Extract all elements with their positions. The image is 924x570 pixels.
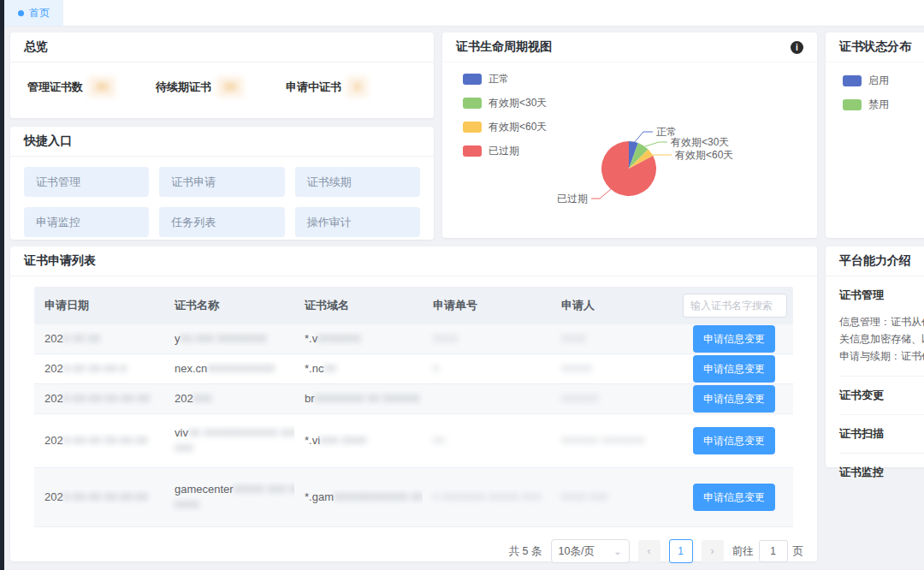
stat-applying-certs: 申请中证书 0 bbox=[286, 76, 414, 98]
platform-title: 平台能力介绍 bbox=[839, 253, 911, 269]
chevron-down-icon: ⌄ bbox=[613, 546, 621, 557]
quick-entry-grid: 证书管理 证书申请 证书续期 申请监控 任务列表 操作审计 bbox=[10, 157, 434, 247]
tab-home-label: 首页 bbox=[29, 6, 50, 21]
page-size-select[interactable]: 10条/页 ⌄ bbox=[551, 539, 630, 563]
cell-applicant: 000000 0000000 bbox=[551, 433, 679, 448]
legend-item-enabled[interactable]: 启用 bbox=[843, 74, 889, 88]
total-count: 共 5 条 bbox=[509, 544, 542, 559]
goto-page-input[interactable] bbox=[759, 540, 788, 562]
cell-action: 申请信息变更 bbox=[679, 325, 793, 353]
cert-application-list-panel: 证书申请列表 申请日期 证书名称 证书域名 申请单号 申请人 2020 00 0… bbox=[10, 246, 817, 561]
stat-applying-value: 0 bbox=[346, 76, 368, 98]
platform-line: 关信息加密存储、以及相 bbox=[839, 330, 924, 347]
cell-order: 0000 bbox=[423, 331, 551, 347]
quick-entry-panel: 快捷入口 证书管理 证书申请 证书续期 申请监控 任务列表 操作审计 bbox=[10, 127, 434, 240]
prev-page-button[interactable]: ‹ bbox=[638, 540, 660, 562]
overview-panel: 总览 管理证书数 00 待续期证书 00 申请中证书 0 bbox=[10, 33, 434, 118]
apply-info-change-button[interactable]: 申请信息变更 bbox=[693, 427, 775, 454]
cell-action: 申请信息变更 bbox=[679, 385, 793, 413]
active-dot-icon bbox=[18, 10, 24, 16]
overview-header: 总览 bbox=[10, 33, 434, 62]
overview-title: 总览 bbox=[24, 39, 48, 55]
pie-label-expired: 已过期 bbox=[557, 193, 588, 205]
stat-renewal-value: 00 bbox=[216, 76, 244, 98]
page-number-1[interactable]: 1 bbox=[669, 539, 693, 563]
apply-info-change-button[interactable]: 申请信息变更 bbox=[693, 355, 775, 383]
table-row: 2020-00-00 00:00.00 viv00 000000000000 0… bbox=[34, 414, 793, 468]
cell-action: 申请信息变更 bbox=[679, 355, 793, 383]
legend-item-disabled[interactable]: 禁用 bbox=[843, 98, 889, 112]
pie-label-lt60: 有效期<60天 bbox=[674, 149, 733, 161]
tab-home[interactable]: 首页 bbox=[4, 0, 63, 26]
platform-section-cert-manage: 证书管理 信息管理：证书从创建到 关信息加密存储、以及相 申请与续期：证书创建以 bbox=[839, 276, 924, 376]
applist-header: 证书申请列表 bbox=[10, 246, 817, 276]
stat-managed-certs: 管理证书数 00 bbox=[27, 76, 156, 98]
platform-heading: 证书管理 bbox=[839, 288, 924, 303]
apply-info-change-button[interactable]: 申请信息变更 bbox=[693, 385, 775, 413]
table-row: 2020-00-00 00:00:00 gamecenter00000 000 … bbox=[34, 468, 793, 527]
cell-domain: br00000000 00 000000 bbox=[294, 391, 423, 407]
cell-order: 0 bbox=[423, 361, 551, 377]
status-legend: 启用 禁用 bbox=[843, 74, 889, 112]
quick-btn-cert-manage[interactable]: 证书管理 bbox=[24, 167, 149, 197]
collapsed-sidebar-edge bbox=[0, 0, 4, 570]
next-page-button[interactable]: › bbox=[702, 540, 724, 562]
leader-line-normal bbox=[634, 132, 653, 143]
cell-order: 00 bbox=[423, 433, 551, 448]
search-input[interactable] bbox=[683, 294, 787, 318]
quick-btn-apply-monitor[interactable]: 申请监控 bbox=[24, 207, 149, 237]
dashboard-page: 首页 总览 管理证书数 00 待续期证书 00 申请中证书 0 快捷入口 bbox=[0, 0, 924, 570]
platform-section-cert-change: 证书变更 bbox=[839, 376, 924, 414]
lifecycle-header: 证书生命周期视图 i bbox=[442, 33, 817, 62]
cell-name: 202000 bbox=[164, 391, 294, 407]
goto-page: 前往 页 bbox=[732, 540, 804, 562]
chevron-right-icon: › bbox=[711, 545, 714, 557]
platform-body: 证书管理 信息管理：证书从创建到 关信息加密存储、以及相 申请与续期：证书创建以… bbox=[826, 276, 924, 491]
legend-label-disabled: 禁用 bbox=[868, 98, 889, 112]
table-header-row: 申请日期 证书名称 证书域名 申请单号 申请人 bbox=[34, 287, 793, 324]
cell-domain: *.gam000000000000 00 bbox=[294, 490, 423, 505]
quick-btn-cert-apply[interactable]: 证书申请 bbox=[159, 167, 284, 197]
page-size-value: 10条/页 bbox=[559, 544, 595, 559]
cell-name: y00.000 00000000 bbox=[164, 331, 294, 347]
cell-date: 2020-00-00-00-00-00 bbox=[34, 391, 164, 407]
cell-name: viv00 000000000000 00000000000 bbox=[164, 425, 294, 456]
platform-header: 平台能力介绍 bbox=[826, 246, 924, 276]
leader-line-expired bbox=[591, 189, 611, 199]
cell-date: 2020-00-00 00:00.00 bbox=[34, 433, 164, 448]
leader-line-lt30 bbox=[645, 142, 667, 146]
col-header-domain: 证书域名 bbox=[294, 298, 423, 313]
col-header-search bbox=[679, 294, 793, 318]
status-distribution-panel: 证书状态分布 启用 禁用 bbox=[826, 33, 924, 238]
cell-action: 申请信息变更 bbox=[679, 427, 793, 454]
apply-info-change-button[interactable]: 申请信息变更 bbox=[693, 325, 775, 353]
stat-managed-label: 管理证书数 bbox=[27, 80, 83, 95]
tab-bar: 首页 bbox=[4, 0, 924, 27]
cell-order: 0 0000000 00000 000 bbox=[423, 490, 551, 505]
lifecycle-pie-chart: 正常 有效期<30天 有效期<60天 已过期 bbox=[442, 63, 817, 238]
col-header-date: 申请日期 bbox=[34, 298, 164, 313]
quick-btn-cert-renew[interactable]: 证书续期 bbox=[295, 167, 420, 197]
cell-applicant: 0000 bbox=[551, 331, 679, 347]
cell-applicant: 00000 bbox=[551, 361, 679, 377]
cell-date: 2020-00-00 00:00:00 bbox=[34, 490, 164, 505]
info-icon[interactable]: i bbox=[791, 41, 803, 54]
applist-title: 证书申请列表 bbox=[24, 253, 96, 269]
quick-btn-task-list[interactable]: 任务列表 bbox=[159, 207, 284, 237]
pagination: 共 5 条 10条/页 ⌄ ‹ 1 › 前往 页 bbox=[10, 527, 817, 563]
cell-domain: *.nc00 bbox=[294, 361, 423, 377]
overview-stats: 管理证书数 00 待续期证书 00 申请中证书 0 bbox=[10, 62, 434, 98]
goto-label: 前往 bbox=[732, 544, 754, 559]
stat-applying-label: 申请中证书 bbox=[286, 80, 341, 95]
cell-date: 2020 00 00 bbox=[34, 331, 164, 347]
status-header: 证书状态分布 bbox=[826, 33, 924, 62]
cell-domain: *.vi000 0000 bbox=[294, 433, 423, 448]
apply-info-change-button[interactable]: 申请信息变更 bbox=[693, 484, 775, 511]
quick-entry-title: 快捷入口 bbox=[24, 134, 72, 149]
stat-managed-value: 00 bbox=[88, 76, 116, 98]
quick-btn-audit[interactable]: 操作审计 bbox=[295, 207, 420, 237]
stat-renewal-label: 待续期证书 bbox=[156, 80, 211, 95]
col-header-name: 证书名称 bbox=[164, 298, 294, 313]
stat-renewal-certs: 待续期证书 00 bbox=[156, 76, 286, 98]
cell-name: gamecenter00000 000 00000 00000 bbox=[164, 482, 294, 513]
